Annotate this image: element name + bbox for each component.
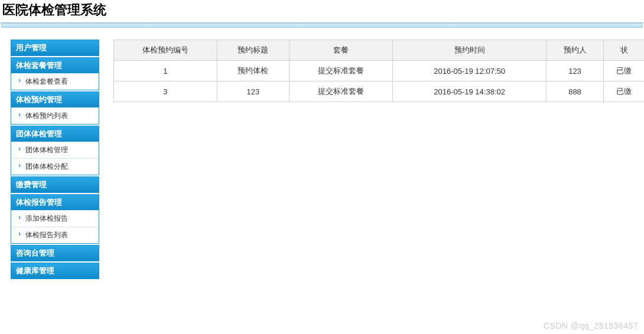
watermark: CSDN @qq_251836457: [544, 321, 638, 330]
menu-block: 团体体检管理团体体检管理团体体检分配: [11, 126, 99, 175]
table-cell: 提交标准套餐: [290, 61, 393, 81]
app-header: 医院体检管理系统: [0, 0, 644, 23]
table-cell: 3: [114, 81, 217, 102]
top-bar: [1, 23, 643, 28]
table-header-cell: 套餐: [290, 40, 393, 61]
table-cell: 888: [547, 81, 603, 102]
table-row[interactable]: 1预约体检提交标准套餐2016-05-19 12:07:50123已缴: [114, 61, 645, 81]
table-header-cell: 状: [603, 40, 644, 61]
menu-block: 健康库管理: [11, 263, 99, 279]
menu-block: 体检套餐管理体检套餐查看: [11, 57, 99, 90]
menu-header[interactable]: 团体体检管理: [11, 126, 99, 142]
menu-item[interactable]: 团体体检管理: [11, 142, 99, 158]
menu-header[interactable]: 用户管理: [11, 40, 99, 55]
page-title: 医院体检管理系统: [2, 1, 642, 19]
menu-block: 缴费管理: [11, 176, 99, 193]
table-row[interactable]: 3123提交标准套餐2016-05-19 14:38:02888已缴: [114, 81, 645, 102]
menu-block: 体检预约管理体检预约列表: [11, 91, 99, 125]
table-cell: 2016-05-19 12:07:50: [392, 61, 546, 81]
table-header-cell: 预约时间: [392, 40, 546, 61]
table-cell: 提交标准套餐: [290, 81, 393, 102]
table-cell: 已缴: [603, 61, 644, 81]
table-cell: 123: [217, 81, 289, 102]
table-header-cell: 预约人: [547, 40, 603, 61]
menu-items: 添加体检报告体检报告列表: [11, 210, 99, 243]
body-container: 用户管理体检套餐管理体检套餐查看体检预约管理体检预约列表团体体检管理团体体检管理…: [0, 28, 644, 280]
table-cell: 1: [114, 61, 217, 81]
menu-item[interactable]: 体检报告列表: [11, 227, 99, 243]
menu-item[interactable]: 体检套餐查看: [11, 73, 99, 90]
table-cell: 预约体检: [217, 61, 289, 81]
menu-block: 咨询台管理: [11, 245, 99, 261]
table-cell: 123: [547, 61, 603, 81]
menu-block: 体检报告管理添加体检报告体检报告列表: [11, 194, 99, 244]
sidebar: 用户管理体检套餐管理体检套餐查看体检预约管理体检预约列表团体体检管理团体体检管理…: [11, 40, 99, 280]
menu-header[interactable]: 体检报告管理: [11, 195, 99, 210]
table-cell: 已缴: [603, 81, 644, 102]
menu-items: 体检套餐查看: [11, 73, 99, 90]
menu-header[interactable]: 缴费管理: [11, 177, 99, 192]
main-content: 体检预约编号预约标题套餐预约时间预约人状 1预约体检提交标准套餐2016-05-…: [99, 40, 644, 280]
table-header-cell: 体检预约编号: [114, 40, 217, 61]
menu-items: 团体体检管理团体体检分配: [11, 142, 99, 175]
menu-item[interactable]: 团体体检分配: [11, 158, 99, 175]
menu-block: 用户管理: [11, 40, 99, 56]
menu-header[interactable]: 体检预约管理: [11, 92, 99, 107]
menu-item[interactable]: 添加体检报告: [11, 210, 99, 227]
menu-header[interactable]: 体检套餐管理: [11, 58, 99, 73]
menu-item[interactable]: 体检预约列表: [11, 107, 99, 124]
appointment-table: 体检预约编号预约标题套餐预约时间预约人状 1预约体检提交标准套餐2016-05-…: [113, 40, 644, 102]
menu-header[interactable]: 健康库管理: [11, 263, 99, 279]
table-header-cell: 预约标题: [217, 40, 289, 61]
menu-items: 体检预约列表: [11, 107, 99, 124]
menu-header[interactable]: 咨询台管理: [11, 245, 99, 261]
table-cell: 2016-05-19 14:38:02: [392, 81, 546, 102]
